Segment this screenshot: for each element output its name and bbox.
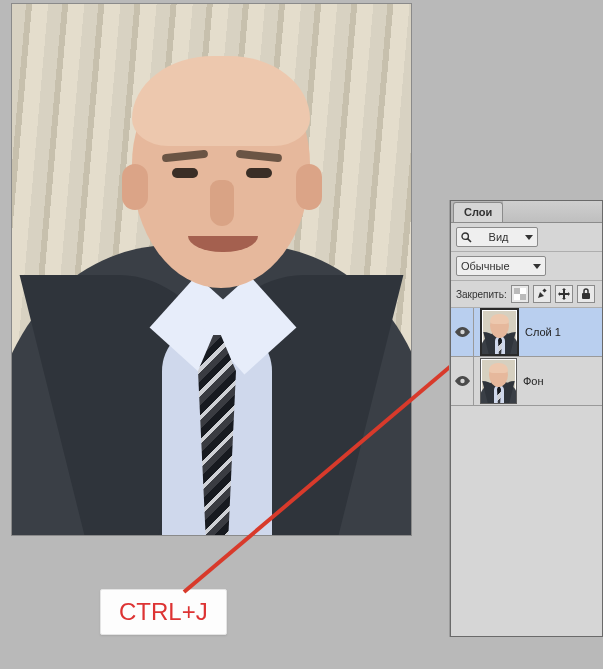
layer-thumbnail[interactable]: [480, 358, 517, 404]
visibility-toggle[interactable]: [451, 357, 474, 405]
layer-filter-row: Вид: [451, 223, 602, 252]
svg-rect-7: [542, 288, 546, 292]
chevron-down-icon: [533, 264, 541, 269]
layer-row[interactable]: Фон: [451, 357, 602, 406]
layers-panel: Слои Вид Обычные Закрепить: Слой 1Фон: [450, 200, 603, 637]
visibility-toggle[interactable]: [451, 308, 474, 356]
layer-thumbnail[interactable]: [480, 308, 519, 356]
tab-gutter: [503, 201, 602, 222]
layer-filter-label: Вид: [489, 231, 509, 243]
lock-all-button[interactable]: [577, 285, 595, 303]
svg-line-2: [468, 238, 471, 241]
search-icon: [461, 232, 472, 243]
svg-point-1: [462, 233, 468, 239]
tab-layers[interactable]: Слои: [453, 202, 503, 222]
canvas-area[interactable]: CTRL+J: [0, 0, 452, 669]
chevron-down-icon: [525, 235, 533, 240]
lock-pixels-button[interactable]: [533, 285, 551, 303]
lock-transparency-button[interactable]: [511, 285, 529, 303]
svg-rect-6: [514, 294, 520, 300]
all-lock-icon: [580, 288, 592, 300]
layer-name[interactable]: Фон: [523, 375, 602, 387]
svg-rect-3: [514, 288, 520, 294]
lock-position-button[interactable]: [555, 285, 573, 303]
transparency-lock-icon: [514, 288, 526, 300]
eye-icon: [455, 376, 470, 386]
shortcut-annotation: CTRL+J: [100, 589, 227, 635]
document-image[interactable]: [12, 4, 411, 535]
lock-label: Закрепить:: [456, 289, 507, 300]
svg-rect-5: [520, 288, 526, 294]
blend-mode-row: Обычные: [451, 252, 602, 281]
layer-filter-dropdown[interactable]: Вид: [456, 227, 538, 247]
position-lock-icon: [558, 288, 570, 300]
layers-list: Слой 1Фон: [451, 308, 602, 406]
svg-point-10: [460, 379, 464, 383]
svg-rect-8: [582, 293, 590, 299]
panel-empty-area[interactable]: [451, 406, 602, 636]
blend-mode-dropdown[interactable]: Обычные: [456, 256, 546, 276]
lock-row: Закрепить:: [451, 281, 602, 308]
eye-icon: [455, 327, 470, 337]
layer-row[interactable]: Слой 1: [451, 308, 602, 357]
layer-name[interactable]: Слой 1: [525, 326, 602, 338]
svg-point-9: [460, 330, 464, 334]
pixel-lock-icon: [536, 288, 548, 300]
panel-tabbar: Слои: [451, 201, 602, 223]
blend-mode-value: Обычные: [461, 260, 510, 272]
svg-rect-4: [520, 294, 526, 300]
